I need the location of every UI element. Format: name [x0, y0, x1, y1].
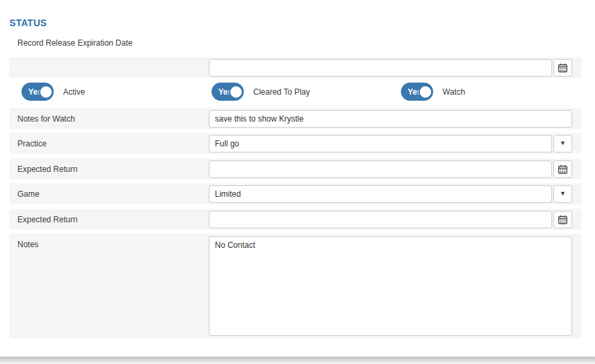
- notes-for-watch-input[interactable]: [209, 110, 572, 128]
- status-form-page: STATUS Record Release Expiration Date: [0, 0, 595, 364]
- expected-return-practice-row: Expected Return: [9, 158, 582, 179]
- record-release-expiration-label: Record Release Expiration Date: [17, 38, 132, 48]
- practice-row: Practice ▼: [9, 133, 582, 154]
- active-toggle[interactable]: Yes: [21, 83, 54, 101]
- calendar-icon: [558, 215, 567, 224]
- calendar-icon: [558, 63, 567, 73]
- toggle-knob: [418, 85, 432, 99]
- game-dropdown-button[interactable]: ▼: [553, 185, 572, 203]
- watch-toggle[interactable]: Yes: [401, 83, 433, 101]
- record-release-date-row: [9, 57, 582, 78]
- expected-return-practice-input[interactable]: [209, 161, 552, 178]
- toggle-knob: [39, 85, 53, 99]
- expected-return-practice-calendar-button[interactable]: [553, 161, 572, 178]
- notes-for-watch-label: Notes for Watch: [9, 114, 75, 124]
- notes-row: Notes No Contact: [9, 234, 582, 338]
- expected-return-practice-label: Expected Return: [9, 165, 77, 174]
- expected-return-game-calendar-button[interactable]: [553, 211, 572, 228]
- expected-return-game-label: Expected Return: [9, 215, 77, 224]
- chevron-down-icon: ▼: [560, 140, 566, 146]
- notes-for-watch-row: Notes for Watch: [9, 108, 582, 129]
- record-release-date-input[interactable]: [209, 59, 552, 77]
- chevron-down-icon: ▼: [560, 191, 566, 197]
- toggle-group-cleared-to-play: Yes Cleared To Play: [212, 83, 310, 101]
- game-label: Game: [9, 189, 40, 199]
- page-title: STATUS: [9, 17, 47, 28]
- toggle-knob: [229, 85, 243, 99]
- record-release-calendar-button[interactable]: [553, 59, 572, 77]
- notes-textarea[interactable]: No Contact: [209, 236, 572, 336]
- practice-label: Practice: [9, 139, 46, 148]
- game-row: Game ▼: [9, 183, 582, 204]
- practice-select-input[interactable]: [209, 135, 552, 152]
- notes-label: Notes: [9, 234, 38, 249]
- cleared-to-play-toggle-label: Cleared To Play: [253, 87, 310, 97]
- active-toggle-label: Active: [63, 87, 85, 97]
- toggle-group-active: Yes Active: [21, 83, 85, 101]
- expected-return-game-row: Expected Return: [9, 209, 582, 230]
- toggles-row: Yes Active Yes Cleared To Play Yes Watch: [0, 83, 595, 101]
- cleared-to-play-toggle[interactable]: Yes: [212, 83, 244, 101]
- practice-dropdown-button[interactable]: ▼: [553, 135, 572, 152]
- expected-return-game-input[interactable]: [209, 211, 552, 228]
- toggle-group-watch: Yes Watch: [401, 83, 465, 101]
- calendar-icon: [558, 165, 567, 174]
- game-select-input[interactable]: [209, 185, 552, 203]
- watch-toggle-label: Watch: [443, 87, 465, 97]
- footer-divider: [0, 357, 595, 364]
